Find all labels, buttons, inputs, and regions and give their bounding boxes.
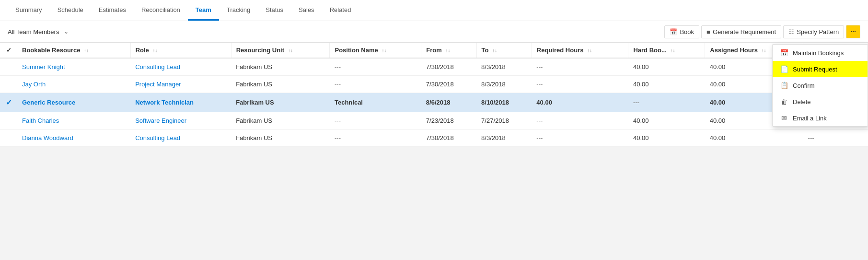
context-menu: 📅 Maintain Bookings 📄 Submit Request 📋 C… <box>772 44 868 127</box>
sort-to <box>492 48 497 53</box>
tab-reconciliation[interactable]: Reconciliation <box>134 0 188 21</box>
sort-from <box>445 48 450 53</box>
required-hours-cell: --- <box>532 58 628 76</box>
generate-requirement-button[interactable]: ■ Generate Requirement <box>701 25 781 38</box>
from-cell: 7/30/2018 <box>421 130 476 147</box>
from-cell: 7/30/2018 <box>421 58 476 76</box>
position-name-cell: --- <box>330 130 421 147</box>
hard-boo-cell: 40.00 <box>628 76 705 93</box>
sort-assigned-hours <box>762 48 766 53</box>
table-header-row: ✓ Bookable Resource Role Resourcing Unit… <box>0 43 868 58</box>
position-name-cell: Technical <box>330 93 421 112</box>
grid-icon: ☷ <box>788 28 794 35</box>
sort-role <box>152 48 157 53</box>
filter-label: All Team Members <box>8 28 59 35</box>
position-name-cell: --- <box>330 76 421 93</box>
menu-item-confirm[interactable]: 📋 Confirm <box>773 77 868 94</box>
tab-tracking[interactable]: Tracking <box>219 0 258 21</box>
col-bookable-resource[interactable]: Bookable Resource <box>17 43 130 58</box>
more-options-button[interactable]: ··· <box>846 25 860 38</box>
calendar-menu-icon: 📅 <box>780 49 788 57</box>
nav-tabs: Summary Schedule Estimates Reconciliatio… <box>0 0 868 21</box>
menu-item-delete[interactable]: 🗑 Delete <box>773 94 868 110</box>
to-cell: 7/27/2018 <box>476 112 532 130</box>
bookable-resource-cell[interactable]: Faith Charles <box>17 112 130 130</box>
bookable-resource-cell[interactable]: Generic Resource <box>17 93 130 112</box>
tab-sales[interactable]: Sales <box>291 0 322 21</box>
resourcing-unit-cell: Fabrikam US <box>231 93 330 112</box>
assigned-hours-cell: 40.00 <box>705 130 803 147</box>
generate-icon: ■ <box>706 28 710 35</box>
to-cell: 8/3/2018 <box>476 76 532 93</box>
table-row[interactable]: Summer KnightConsulting LeadFabrikam US-… <box>0 58 868 76</box>
calendar-icon: 📅 <box>670 28 677 35</box>
team-table-container: ✓ Bookable Resource Role Resourcing Unit… <box>0 43 868 147</box>
row-checkbox[interactable] <box>0 130 17 147</box>
role-cell[interactable]: Consulting Lead <box>130 58 231 76</box>
required-hours-cell: --- <box>532 130 628 147</box>
hard-boo-cell: 40.00 <box>628 112 705 130</box>
sort-required-hours <box>587 48 592 53</box>
resourcing-unit-cell: Fabrikam US <box>231 130 330 147</box>
col-from[interactable]: From <box>421 43 476 58</box>
doc-lines-icon: 📋 <box>780 82 788 89</box>
col-resourcing-unit[interactable]: Resourcing Unit <box>231 43 330 58</box>
sort-bookable-resource <box>84 48 89 53</box>
hard-boo-cell: 40.00 <box>628 130 705 147</box>
col-role[interactable]: Role <box>130 43 231 58</box>
resourcing-unit-cell: Fabrikam US <box>231 112 330 130</box>
from-cell: 8/6/2018 <box>421 93 476 112</box>
role-cell[interactable]: Project Manager <box>130 76 231 93</box>
required-hours-cell: --- <box>532 112 628 130</box>
bookable-resource-cell[interactable]: Jay Orth <box>17 76 130 93</box>
row-checkbox[interactable] <box>0 58 17 76</box>
table-row[interactable]: Jay OrthProject ManagerFabrikam US---7/3… <box>0 76 868 93</box>
position-name-cell: --- <box>330 58 421 76</box>
required-hours-cell: --- <box>532 76 628 93</box>
team-table: ✓ Bookable Resource Role Resourcing Unit… <box>0 43 868 147</box>
tab-team[interactable]: Team <box>188 0 219 21</box>
tab-schedule[interactable]: Schedule <box>50 0 91 21</box>
toolbar: All Team Members ⌄ 📅 Book ■ Generate Req… <box>0 21 868 43</box>
table-row[interactable]: Dianna WoodwardConsulting LeadFabrikam U… <box>0 130 868 147</box>
to-cell: 8/10/2018 <box>476 93 532 112</box>
filter-chevron[interactable]: ⌄ <box>62 27 70 36</box>
to-cell: 8/3/2018 <box>476 130 532 147</box>
hard-boo-cell: 40.00 <box>628 58 705 76</box>
role-cell[interactable]: Consulting Lead <box>130 130 231 147</box>
envelope-icon: ✉ <box>780 114 788 122</box>
resource-cell: --- <box>803 130 868 147</box>
tab-status[interactable]: Status <box>258 0 291 21</box>
col-position-name[interactable]: Position Name <box>330 43 421 58</box>
book-button[interactable]: 📅 Book <box>664 25 699 38</box>
role-cell[interactable]: Software Engineer <box>130 112 231 130</box>
col-required-hours[interactable]: Required Hours <box>532 43 628 58</box>
table-row[interactable]: ✓Generic ResourceNetwork TechnicianFabri… <box>0 93 868 112</box>
tab-summary[interactable]: Summary <box>8 0 50 21</box>
bookable-resource-cell[interactable]: Dianna Woodward <box>17 130 130 147</box>
to-cell: 8/3/2018 <box>476 58 532 76</box>
hard-boo-cell: --- <box>628 93 705 112</box>
row-checkbox[interactable]: ✓ <box>0 93 17 112</box>
sort-resourcing-unit <box>288 48 293 53</box>
col-to[interactable]: To <box>476 43 532 58</box>
tab-related[interactable]: Related <box>322 0 359 21</box>
menu-item-email[interactable]: ✉ Email a Link <box>773 110 868 126</box>
specify-pattern-button[interactable]: ☷ Specify Pattern <box>783 25 844 38</box>
checkmark-icon: ✓ <box>6 98 12 106</box>
tab-estimates[interactable]: Estimates <box>91 0 134 21</box>
role-cell[interactable]: Network Technician <box>130 93 231 112</box>
bookable-resource-cell[interactable]: Summer Knight <box>17 58 130 76</box>
col-hard-boo[interactable]: Hard Boo... <box>628 43 705 58</box>
from-cell: 7/30/2018 <box>421 76 476 93</box>
position-name-cell: --- <box>330 112 421 130</box>
select-all-checkbox[interactable]: ✓ <box>6 47 12 54</box>
row-checkbox[interactable] <box>0 112 17 130</box>
menu-item-submit[interactable]: 📄 Submit Request <box>773 61 868 77</box>
required-hours-cell: 40.00 <box>532 93 628 112</box>
col-check: ✓ <box>0 43 17 58</box>
menu-item-maintain[interactable]: 📅 Maintain Bookings <box>773 45 868 61</box>
row-checkbox[interactable] <box>0 76 17 93</box>
resourcing-unit-cell: Fabrikam US <box>231 76 330 93</box>
table-row[interactable]: Faith CharlesSoftware EngineerFabrikam U… <box>0 112 868 130</box>
